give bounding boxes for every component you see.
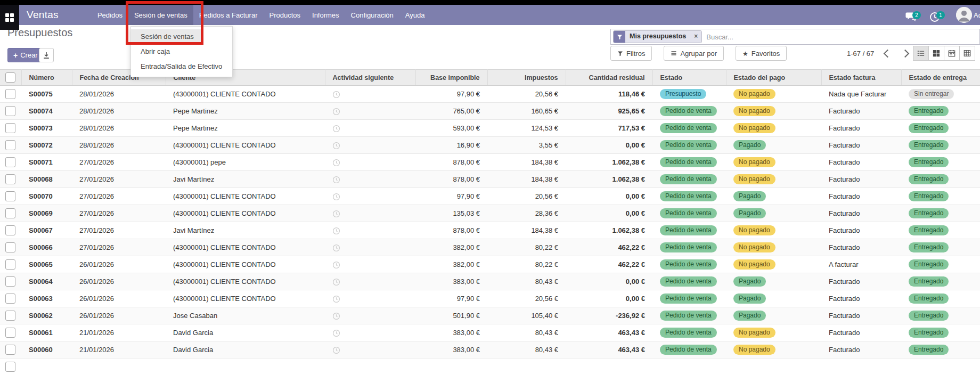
taxes-cell[interactable]: 184,38 € [487,171,566,188]
creation-date-cell[interactable]: 26/01/2026 [72,290,166,307]
payment-status-cell[interactable]: No pagado [726,256,821,273]
taxes-cell[interactable]: 3,55 € [487,137,566,154]
customer-cell[interactable]: David Garcia [166,324,325,341]
taxes-cell[interactable]: 20,56 € [487,290,566,307]
creation-date-cell[interactable]: 28/01/2026 [72,86,166,103]
calendar-view-button[interactable] [944,46,960,61]
invoice-status-cell[interactable]: Facturado [821,137,901,154]
next-activity-cell[interactable] [325,341,415,358]
column-header-impuestos[interactable]: Impuestos [487,70,566,86]
row-select-cell[interactable] [0,324,21,341]
next-activity-cell[interactable] [325,290,415,307]
invoice-status-cell[interactable]: Facturado [821,188,901,205]
status-cell[interactable]: Pedido de venta [652,222,726,239]
create-button[interactable]: + Crear [7,48,44,62]
activity-clock-icon[interactable] [332,193,340,201]
activities-button[interactable]: 1 [929,7,940,25]
status-cell[interactable]: Pedido de venta [652,120,726,137]
table-row[interactable]: S0006526/01/2026(43000001) CLIENTE CONTA… [0,256,980,273]
residual-amount-cell[interactable]: 118,46 € [566,86,652,103]
order-number-cell[interactable]: S00067 [21,222,72,239]
search-input[interactable] [702,32,979,42]
residual-amount-cell[interactable]: -236,92 € [566,307,652,324]
table-row[interactable]: S0007428/01/2026Pepe Martinez765,00 €160… [0,103,980,120]
row-select-cell[interactable] [0,290,21,307]
payment-status-cell[interactable]: Pagado [726,137,821,154]
table-row[interactable]: S0006326/01/2026(43000001) CLIENTE CONTA… [0,290,980,307]
invoice-status-cell[interactable]: Facturado [821,120,901,137]
delivery-status-cell[interactable]: Entregado [901,188,980,205]
status-cell[interactable]: Pedido de venta [652,154,726,171]
taxes-cell[interactable]: 124,53 € [487,120,566,137]
payment-status-cell[interactable]: Pagado [726,273,821,290]
row-checkbox[interactable] [5,174,15,184]
taxes-cell[interactable]: 184,38 € [487,154,566,171]
residual-amount-cell[interactable]: 463,43 € [566,324,652,341]
row-select-cell[interactable] [0,239,21,256]
order-number-cell[interactable]: S00071 [21,154,72,171]
untaxed-amount-cell[interactable]: 97,90 € [415,188,487,205]
messages-button[interactable]: 2 [905,7,917,24]
navbar-item-configuracion[interactable]: Configuración [345,5,399,25]
delivery-status-cell[interactable]: Entregado [901,154,980,171]
status-cell[interactable]: Pedido de venta [652,324,726,341]
next-activity-cell[interactable] [325,154,415,171]
next-activity-cell[interactable] [325,120,415,137]
creation-date-cell[interactable]: 27/01/2026 [72,154,166,171]
delivery-status-cell[interactable]: Entregado [901,273,980,290]
row-select-cell[interactable] [0,171,21,188]
creation-date-cell[interactable]: 27/01/2026 [72,171,166,188]
table-row[interactable]: S0006226/01/2026Jose Casaban501,90 €105,… [0,307,980,324]
navbar-item-ayuda[interactable]: Ayuda [399,5,431,25]
order-number-cell[interactable]: S00070 [21,188,72,205]
payment-status-cell[interactable]: Pagado [726,307,821,324]
invoice-status-cell[interactable]: Facturado [821,290,901,307]
table-row[interactable]: S0006827/01/2026Javi Martínez878,00 €184… [0,171,980,188]
customer-cell[interactable]: (43000001) pepe [166,154,325,171]
row-checkbox[interactable] [5,157,15,167]
next-activity-cell[interactable] [325,273,415,290]
residual-amount-cell[interactable]: 0,00 € [566,290,652,307]
customer-cell[interactable]: (43000001) CLIENTE CONTADO [166,256,325,273]
table-row[interactable]: S0007127/01/2026(43000001) pepe878,00 €1… [0,154,980,171]
payment-status-cell[interactable]: Pagado [726,290,821,307]
untaxed-amount-cell[interactable]: 501,90 € [415,307,487,324]
order-number-cell[interactable]: S00065 [21,256,72,273]
table-row[interactable]: S0006426/01/2026(43000001) CLIENTE CONTA… [0,273,980,290]
status-cell[interactable]: Pedido de venta [652,188,726,205]
row-checkbox[interactable] [5,89,15,99]
navbar-item-pedidos-a-facturar[interactable]: Pedidos a Facturar [193,5,264,25]
apps-menu-button[interactable] [0,5,19,30]
status-cell[interactable]: Pedido de venta [652,307,726,324]
activity-clock-icon[interactable] [332,329,340,337]
taxes-cell[interactable]: 20,56 € [487,188,566,205]
untaxed-amount-cell[interactable]: 135,03 € [415,205,487,222]
status-cell[interactable]: Pedido de venta [652,103,726,120]
navbar-item-sesion-de-ventas[interactable]: Sesión de ventas [128,5,193,25]
customer-cell[interactable]: (43000001) CLIENTE CONTADO [166,188,325,205]
favorites-button[interactable]: Favoritos [736,46,787,61]
taxes-cell[interactable]: 80,22 € [487,256,566,273]
invoice-status-cell[interactable]: Facturado [821,273,901,290]
next-activity-cell[interactable] [325,324,415,341]
row-select-cell[interactable] [0,120,21,137]
filters-button[interactable]: Filtros [610,46,652,61]
row-select-cell[interactable] [0,103,21,120]
invoice-status-cell[interactable]: Facturado [821,103,901,120]
row-checkbox[interactable] [5,311,15,321]
next-activity-cell[interactable] [325,171,415,188]
taxes-cell[interactable]: 20,56 € [487,86,566,103]
creation-date-cell[interactable]: 27/01/2026 [72,205,166,222]
residual-amount-cell[interactable]: 717,53 € [566,120,652,137]
table-row[interactable]: S0007528/01/2026(43000001) CLIENTE CONTA… [0,86,980,103]
row-checkbox[interactable] [5,362,15,372]
status-cell[interactable]: Pedido de venta [652,205,726,222]
table-row[interactable]: S0006727/01/2026Javi Martínez878,00 €184… [0,222,980,239]
residual-amount-cell[interactable]: 925,65 € [566,103,652,120]
untaxed-amount-cell[interactable]: 97,90 € [415,86,487,103]
residual-amount-cell[interactable]: 1.062,38 € [566,222,652,239]
column-header-estado[interactable]: Estado [652,70,726,86]
status-cell[interactable]: Pedido de venta [652,239,726,256]
payment-status-cell[interactable]: No pagado [726,222,821,239]
invoice-status-cell[interactable]: Facturado [821,324,901,341]
